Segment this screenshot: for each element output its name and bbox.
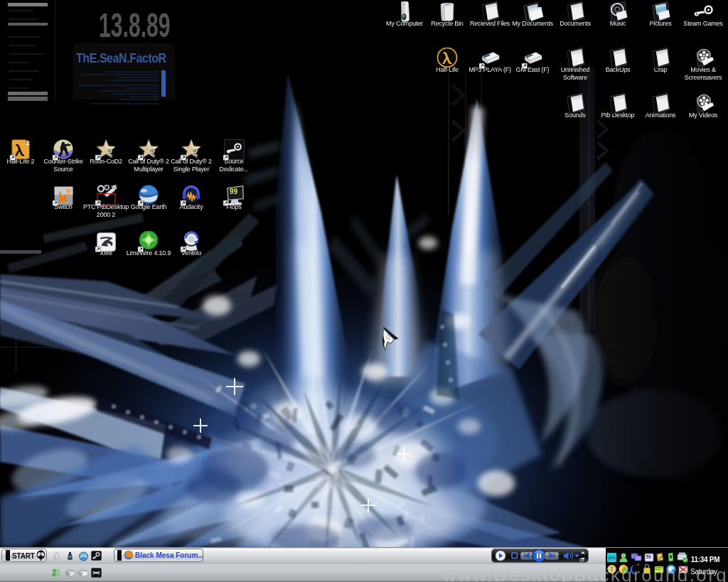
svg-text:yes: yes xyxy=(608,555,616,561)
svg-text:59: 59 xyxy=(646,554,652,559)
